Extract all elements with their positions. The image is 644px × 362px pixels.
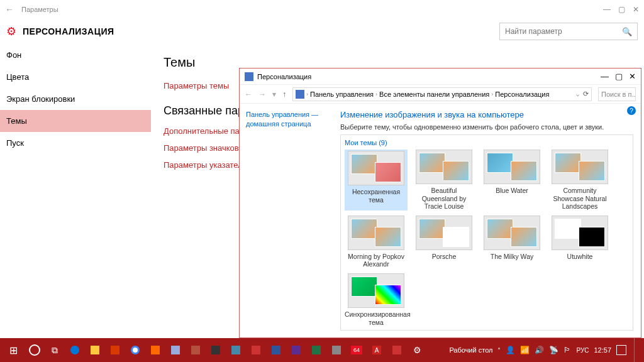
- close-icon[interactable]: ✕: [633, 5, 639, 14]
- search-icon[interactable]: 🔍: [622, 27, 632, 36]
- chrome-icon[interactable]: [126, 341, 145, 359]
- search-box[interactable]: 🔍: [499, 23, 638, 40]
- cp-search[interactable]: Поиск в п...: [598, 87, 636, 101]
- back-icon[interactable]: ←: [5, 4, 14, 14]
- app-icon[interactable]: [226, 341, 245, 359]
- cortana-icon[interactable]: [29, 344, 40, 356]
- app-icon[interactable]: A: [367, 341, 386, 359]
- app-icon[interactable]: 64: [347, 341, 366, 359]
- cp-home-link[interactable]: Панель управления — домашняя страница: [246, 110, 326, 129]
- theme-item[interactable]: Blue Water: [480, 150, 543, 211]
- cp-heading: Изменение изображения и звука на компьют…: [340, 110, 633, 119]
- page-header: ⚙ ПЕРСОНАЛИЗАЦИЯ 🔍: [0, 19, 644, 44]
- theme-item[interactable]: Несохраненная тема: [345, 150, 408, 211]
- language-indicator[interactable]: РУС: [576, 347, 589, 354]
- excel-icon[interactable]: [307, 341, 326, 359]
- sidebar: Фон Цвета Экран блокировки Темы Пуск: [0, 44, 151, 334]
- theme-thumbnail: [484, 150, 540, 184]
- cp-maximize-icon[interactable]: ▢: [615, 72, 623, 81]
- nav-forward-icon[interactable]: →: [258, 90, 266, 99]
- firefox-icon[interactable]: [146, 341, 165, 359]
- file-explorer-icon[interactable]: [86, 341, 104, 359]
- app-icon[interactable]: [327, 341, 346, 359]
- sidebar-item-lockscreen[interactable]: Экран блокировки: [0, 88, 151, 110]
- show-desktop-label[interactable]: Рабочий стол: [449, 346, 492, 354]
- theme-item[interactable]: Beautiful Queensland by Tracie Louise: [413, 150, 475, 211]
- network-icon[interactable]: 📶: [520, 346, 530, 354]
- control-panel-window: Персонализация — ▢ ✕ ← → ▾ ↑ › Панель уп…: [239, 68, 641, 338]
- show-desktop-button[interactable]: [634, 338, 638, 362]
- sidebar-item-background[interactable]: Фон: [0, 44, 151, 66]
- cp-titlebar: Персонализация — ▢ ✕: [240, 69, 641, 85]
- sidebar-item-colors[interactable]: Цвета: [0, 66, 151, 88]
- theme-thumbnail: [348, 273, 404, 308]
- system-tray: Рабочий стол ˄ 👤 📶 🔊 📡 🏳 РУС 12:57: [449, 338, 641, 362]
- edge-icon[interactable]: [65, 341, 84, 359]
- theme-item[interactable]: Morning by Popkov Alexandr: [345, 216, 408, 268]
- tray-expand-icon[interactable]: ˄: [497, 347, 501, 354]
- theme-item[interactable]: Синхронизированная тема: [345, 273, 408, 326]
- breadcrumb-icon: [296, 90, 304, 99]
- volume-icon[interactable]: 🔊: [535, 346, 544, 354]
- nav-up-icon[interactable]: ↑: [282, 90, 286, 99]
- theme-item[interactable]: The Milky Way: [480, 216, 543, 268]
- app-icon[interactable]: [186, 341, 205, 359]
- cp-navbar: ← → ▾ ↑ › Панель управления › Все элемен…: [240, 85, 641, 104]
- flag-icon[interactable]: 🏳: [564, 346, 571, 354]
- themes-grid: Несохраненная тема Beautiful Queensland …: [345, 150, 629, 326]
- nav-history-icon[interactable]: ▾: [272, 90, 276, 99]
- people-icon[interactable]: 👤: [506, 346, 515, 354]
- breadcrumb-item[interactable]: Панель управления: [310, 90, 374, 98]
- cp-minimize-icon[interactable]: —: [601, 72, 609, 81]
- theme-thumbnail: [348, 151, 404, 185]
- store-icon[interactable]: [106, 341, 125, 359]
- theme-thumbnail: [552, 150, 608, 184]
- window-title: Параметры: [21, 6, 58, 13]
- theme-item[interactable]: Utuwhite: [548, 216, 611, 268]
- breadcrumb-item[interactable]: Персонализация: [495, 90, 549, 98]
- task-view-icon[interactable]: ⧉: [45, 341, 64, 359]
- taskbar: ⊞ ⧉ 64 A ⚙ Рабочий стол ˄ 👤 📶 🔊 📡 🏳 РУС …: [0, 338, 644, 362]
- breadcrumb-item[interactable]: Все элементы панели управления: [379, 90, 489, 98]
- app-icon[interactable]: [387, 341, 406, 359]
- window-controls: — ▢ ✕: [603, 5, 639, 14]
- nav-back-icon[interactable]: ←: [245, 90, 252, 99]
- help-icon[interactable]: ?: [627, 106, 636, 115]
- visual-studio-icon[interactable]: [287, 341, 306, 359]
- cp-sidebar: Панель управления — домашняя страница: [240, 104, 333, 337]
- cp-main: ? Изменение изображения и звука на компь…: [333, 104, 641, 337]
- refresh-icon[interactable]: ⟳: [583, 90, 589, 98]
- action-center-icon[interactable]: [616, 345, 626, 355]
- cp-subtext: Выберите тему, чтобы одновременно измени…: [340, 123, 633, 131]
- cp-close-icon[interactable]: ✕: [629, 72, 636, 81]
- theme-thumbnail: [416, 150, 472, 184]
- word-icon[interactable]: [267, 341, 286, 359]
- sidebar-item-start[interactable]: Пуск: [0, 132, 151, 154]
- breadcrumb-dropdown-icon[interactable]: ⌵: [576, 91, 579, 97]
- gear-icon: ⚙: [6, 25, 16, 38]
- theme-thumbnail: [348, 216, 404, 250]
- breadcrumb[interactable]: › Панель управления › Все элементы панел…: [292, 87, 592, 101]
- theme-thumbnail: [484, 216, 540, 250]
- theme-thumbnail: [552, 216, 608, 250]
- page-title: ПЕРСОНАЛИЗАЦИЯ: [23, 26, 114, 36]
- theme-item[interactable]: Community Showcase Natural Landscapes: [548, 150, 611, 211]
- app-icon[interactable]: [247, 341, 265, 359]
- cp-title: Персонализация: [257, 73, 311, 80]
- app-icon[interactable]: [206, 341, 225, 359]
- maximize-icon[interactable]: ▢: [618, 5, 625, 14]
- clock[interactable]: 12:57: [594, 346, 611, 354]
- wifi-icon[interactable]: 📡: [549, 346, 558, 354]
- minimize-icon[interactable]: —: [603, 5, 611, 14]
- sidebar-item-themes[interactable]: Темы: [0, 110, 151, 132]
- notepad-icon[interactable]: [166, 341, 185, 359]
- themes-group-label: Мои темы (9): [345, 139, 629, 146]
- theme-thumbnail: [416, 216, 472, 250]
- search-input[interactable]: [505, 27, 622, 36]
- settings-icon[interactable]: ⚙: [408, 341, 426, 359]
- theme-item[interactable]: Porsche: [413, 216, 475, 268]
- start-button[interactable]: ⊞: [3, 341, 24, 359]
- cp-app-icon: [245, 72, 253, 81]
- window-titlebar: ← Параметры — ▢ ✕: [0, 0, 644, 19]
